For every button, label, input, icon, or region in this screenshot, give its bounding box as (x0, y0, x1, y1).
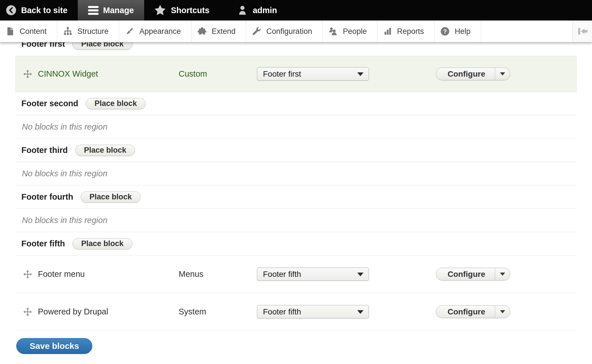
form-actions: Save blocks (15, 338, 577, 354)
menu-bar-spacer (481, 21, 573, 42)
tab-manage[interactable]: Manage (78, 0, 144, 21)
block-title: CINNOX Widget (38, 69, 179, 79)
admin-menu-bar: Content Structure Appearance (0, 21, 592, 42)
configuration-icon (252, 26, 262, 36)
drupal-block-layout-page: Back to site Manage Shortcuts admin Cont… (0, 0, 592, 354)
menu-item-help[interactable]: ? Help (434, 21, 481, 42)
region-select-value: Footer fifth (263, 307, 301, 316)
configure-dropdown-toggle[interactable] (495, 306, 510, 318)
drag-handle[interactable] (23, 69, 32, 79)
star-icon (154, 4, 166, 17)
shortcuts-label: Shortcuts (171, 6, 209, 15)
region-select-value: Footer first (263, 69, 301, 79)
extend-icon (197, 26, 207, 36)
place-block-button[interactable]: Place block (86, 98, 146, 109)
configure-dropdown-toggle[interactable] (495, 268, 510, 280)
menu-item-reports[interactable]: Reports (377, 21, 435, 42)
select-arrow-icon (357, 72, 364, 76)
toolbar-collapse-button[interactable] (573, 21, 592, 42)
empty-region-message: No blocks in this region (22, 122, 107, 132)
empty-region-row: No blocks in this region (15, 209, 577, 232)
manage-label: Manage (103, 6, 134, 15)
user-icon (237, 5, 248, 16)
svg-text:?: ? (443, 28, 447, 35)
username-label: admin (253, 6, 277, 15)
select-arrow-icon (357, 310, 364, 314)
block-category: Custom (179, 69, 257, 79)
block-category: Menus (179, 269, 257, 279)
dropdown-arrow-icon (500, 72, 505, 75)
menu-item-label: Structure (77, 27, 109, 36)
content-icon (6, 27, 15, 36)
empty-region-message: No blocks in this region (22, 169, 107, 178)
place-block-button[interactable]: Place block (72, 238, 132, 250)
block-row-powered-by-drupal: Powered by Drupal System Footer fifth Co… (15, 293, 577, 331)
select-arrow-icon (357, 273, 364, 276)
appearance-icon (125, 26, 134, 36)
region-select[interactable]: Footer fifth (257, 267, 369, 281)
back-icon (6, 5, 17, 16)
empty-region-message: No blocks in this region (22, 216, 107, 225)
menu-item-structure[interactable]: Structure (57, 21, 119, 42)
admin-toolbar: Back to site Manage Shortcuts admin (0, 0, 592, 21)
dropdown-arrow-icon (500, 273, 505, 276)
configure-dropbutton: Configure (436, 268, 510, 281)
structure-icon (63, 26, 73, 36)
empty-region-row: No blocks in this region (15, 115, 577, 139)
configure-button[interactable]: Configure (436, 306, 495, 318)
configure-dropbutton: Configure (436, 68, 510, 80)
tab-shortcuts[interactable]: Shortcuts (144, 0, 219, 21)
people-icon (328, 26, 338, 36)
region-title: Footer third (21, 146, 68, 155)
menu-item-content[interactable]: Content (0, 21, 57, 42)
drag-handle[interactable] (23, 307, 32, 316)
configure-button[interactable]: Configure (436, 68, 495, 80)
place-block-button[interactable]: Place block (75, 145, 135, 156)
region-header-footer-second: Footer second Place block (15, 92, 577, 115)
block-row-cinnox-widget: CINNOX Widget Custom Footer first Config… (15, 56, 577, 92)
menu-item-label: Reports (397, 27, 424, 36)
region-title: Footer second (21, 99, 78, 108)
drag-handle[interactable] (23, 270, 32, 279)
help-icon: ? (440, 26, 450, 36)
menu-item-appearance[interactable]: Appearance (119, 21, 191, 42)
dropdown-arrow-icon (500, 310, 505, 313)
configure-dropbutton: Configure (436, 305, 510, 318)
region-select[interactable]: Footer first (257, 67, 369, 81)
region-title: Footer fourth (21, 192, 73, 202)
back-to-site-label: Back to site (21, 6, 68, 15)
place-block-button[interactable]: Place block (81, 191, 141, 203)
region-select-value: Footer fifth (263, 270, 301, 279)
menu-item-configuration[interactable]: Configuration (246, 21, 323, 42)
user-menu[interactable]: admin (228, 0, 285, 21)
region-header-footer-fourth: Footer fourth Place block (15, 185, 577, 209)
configure-dropdown-toggle[interactable] (495, 68, 510, 80)
collapse-left-icon (577, 26, 588, 36)
region-select[interactable]: Footer fifth (257, 305, 369, 318)
menu-item-label: Appearance (139, 27, 181, 36)
menu-item-extend[interactable]: Extend (191, 21, 246, 42)
block-layout-table: Footer first Place block CINNOX Widget C… (0, 32, 592, 354)
menu-item-label: Configuration (266, 27, 312, 36)
block-title: Footer menu (38, 269, 179, 279)
block-category: System (179, 307, 257, 316)
menu-item-label: People (343, 27, 367, 36)
configure-button[interactable]: Configure (436, 268, 495, 280)
menu-item-label: Extend (212, 27, 236, 36)
menu-item-label: Content (20, 27, 47, 36)
region-header-footer-third: Footer third Place block (15, 139, 577, 162)
block-row-footer-menu: Footer menu Menus Footer fifth Configure (15, 255, 577, 293)
menu-item-people[interactable]: People (322, 21, 377, 42)
region-title: Footer fifth (21, 239, 65, 248)
block-title: Powered by Drupal (38, 307, 179, 316)
reports-icon (383, 27, 392, 36)
menu-item-label: Help (455, 27, 471, 36)
back-to-site-link[interactable]: Back to site (0, 0, 78, 21)
empty-region-row: No blocks in this region (15, 162, 577, 185)
region-header-footer-fifth: Footer fifth Place block (15, 232, 577, 255)
hamburger-icon (88, 6, 99, 15)
save-blocks-button[interactable]: Save blocks (16, 338, 92, 354)
